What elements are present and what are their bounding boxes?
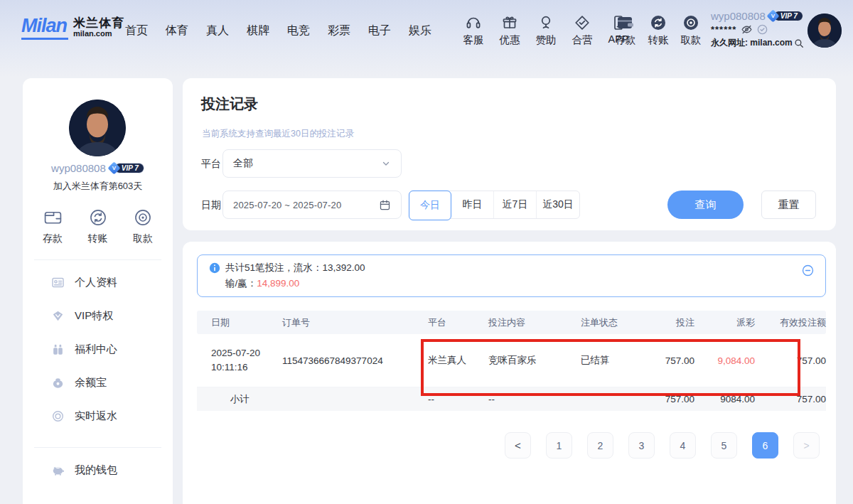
magnifier-icon[interactable]: [794, 38, 804, 48]
masked-balance-text: ******: [711, 24, 736, 35]
nav-item-live[interactable]: 真人: [206, 23, 229, 38]
sidebar-transfer-button[interactable]: 转账: [88, 208, 108, 245]
range-today-button[interactable]: 今日: [409, 191, 451, 220]
subtotal-content: --: [488, 394, 581, 404]
headset-icon: [465, 14, 482, 31]
site-logo[interactable]: Milan 米兰体育 milan.com: [21, 16, 124, 40]
nav-item-cards[interactable]: 棋牌: [247, 23, 269, 38]
nav-item-sports[interactable]: 体育: [166, 23, 188, 38]
table-header-row: 日期 订单号 平台 投注内容 注单状态 投注 派彩 有效投注额: [197, 311, 826, 334]
nav-item-lottery[interactable]: 彩票: [328, 23, 350, 38]
logo-cn-text: 米兰体育: [73, 17, 124, 30]
page-button-1[interactable]: 1: [546, 432, 572, 459]
rebate-icon: [51, 409, 65, 423]
cell-content: 竞咪百家乐: [488, 354, 581, 367]
sidebar-item-my-wallet[interactable]: 我的钱包: [23, 454, 173, 487]
subtotal-row: 小计 -- -- 757.00 9084.00 757.00: [197, 387, 826, 411]
date-range-value: 2025-07-20 ~ 2025-07-20: [233, 200, 341, 210]
nav-item-slots[interactable]: 电子: [368, 23, 391, 38]
subtotal-payout: 9084.00: [694, 394, 755, 404]
platform-select[interactable]: 全部: [222, 149, 402, 178]
search-button[interactable]: 查询: [667, 191, 744, 219]
info-icon: [209, 262, 220, 274]
sidebar-item-profile[interactable]: 个人资料: [23, 266, 173, 299]
cell-platform: 米兰真人: [428, 354, 488, 367]
vip-gem-icon: V: [766, 9, 779, 22]
next-page-button[interactable]: >: [793, 432, 820, 459]
transfer-icon: [89, 208, 107, 227]
cell-bet: 757.00: [641, 355, 694, 366]
sidebar-actions: 存款 转账 取款: [23, 208, 173, 245]
sponsor-link[interactable]: 赞助: [533, 14, 559, 47]
col-header-status: 注单状态: [581, 316, 641, 329]
username-text: wyp080808: [711, 10, 766, 22]
deposit-icon: [616, 14, 635, 31]
summary-line1-text: 共计51笔投注，流水：13,392.00: [225, 262, 365, 274]
withdraw-icon: [682, 14, 699, 31]
range-yesterday-button[interactable]: 昨日: [451, 191, 494, 218]
sidebar-item-welfare[interactable]: 福利中心: [23, 333, 173, 366]
sidebar-withdraw-button[interactable]: 取款: [133, 208, 153, 245]
summary-winloss-label: 输/赢：: [225, 278, 257, 289]
sidebar-deposit-button[interactable]: 存款: [43, 208, 63, 245]
pagination: < 1 2 3 4 5 6 >: [505, 432, 820, 459]
collapse-icon[interactable]: [802, 264, 814, 277]
promo-link[interactable]: 优惠: [497, 14, 522, 47]
nav-item-home[interactable]: 首页: [125, 23, 148, 38]
sidebar-avatar[interactable]: [69, 100, 126, 156]
cell-valid: 757.00: [755, 355, 826, 366]
sidebar-item-yuebao[interactable]: 余额宝: [23, 366, 173, 400]
sidebar-menu-wallet: 我的钱包: [23, 454, 173, 487]
summary-winloss-value: 14,899.00: [257, 278, 299, 289]
filters-card: 投注记录 当前系统支持查询最近30日的投注记录 平台： 全部 日期： 2025-…: [183, 78, 836, 230]
nav-item-entertainment[interactable]: 娱乐: [409, 23, 431, 38]
sidebar-vip-badge: V VIP 7: [109, 163, 144, 173]
page-title: 投注记录: [201, 95, 258, 114]
calendar-icon: [379, 199, 391, 211]
transfer-link[interactable]: 转账: [645, 14, 671, 47]
deposit-link[interactable]: 存款: [613, 14, 638, 47]
withdraw-link[interactable]: 取款: [678, 14, 704, 47]
avatar[interactable]: [808, 14, 842, 48]
eye-off-icon[interactable]: [741, 24, 753, 35]
permanent-url-text: 永久网址: milan.com: [711, 37, 793, 49]
deposit-icon: [43, 208, 63, 227]
page-button-3[interactable]: 3: [628, 432, 655, 459]
page-button-4[interactable]: 4: [670, 432, 696, 459]
page-button-5[interactable]: 5: [711, 432, 737, 459]
sidebar: wyp080808 V VIP 7 加入米兰体育第603天 存款 转账 取款 个…: [23, 78, 173, 504]
range-7days-button[interactable]: 近7日: [494, 191, 537, 218]
wallet-pig-icon: [51, 463, 65, 477]
welfare-icon: [51, 343, 65, 356]
cell-status: 已结算: [581, 354, 641, 367]
bet-records-table: 日期 订单号 平台 投注内容 注单状态 投注 派彩 有效投注额 2025-07-…: [197, 311, 826, 411]
sidebar-item-rebate[interactable]: 实时返水: [23, 400, 173, 433]
col-header-bet: 投注: [641, 316, 694, 329]
join-days-text: 加入米兰体育第603天: [23, 180, 173, 193]
cell-time: 10:11:16: [211, 360, 282, 375]
reset-button[interactable]: 重置: [761, 191, 816, 219]
chevron-down-icon: [381, 159, 391, 168]
transfer-icon: [650, 14, 667, 31]
table-row[interactable]: 2025-07-20 10:11:16 1154736667849377024 …: [197, 334, 826, 387]
partner-link[interactable]: 合营: [569, 14, 595, 47]
vip-gem-icon: [51, 309, 65, 323]
subtotal-label: 小计: [197, 393, 282, 406]
page-button-2[interactable]: 2: [587, 432, 613, 459]
service-link[interactable]: 客服: [461, 14, 486, 47]
sidebar-item-vip[interactable]: VIP特权: [23, 299, 173, 333]
date-range-input[interactable]: 2025-07-20 ~ 2025-07-20: [222, 191, 402, 219]
subtotal-bet: 757.00: [641, 394, 694, 404]
prev-page-button[interactable]: <: [505, 432, 531, 459]
page-button-6-active[interactable]: 6: [752, 432, 778, 459]
summary-banner: 共计51笔投注，流水：13,392.00 输/赢：14,899.00: [197, 254, 826, 297]
range-30days-button[interactable]: 近30日: [537, 191, 579, 218]
col-header-content: 投注内容: [488, 316, 581, 329]
nav-item-esports[interactable]: 电竞: [287, 23, 310, 38]
quick-range-group: 今日 昨日 近7日 近30日: [409, 191, 580, 219]
logo-domain-text: milan.com: [73, 30, 124, 38]
cell-order-number: 1154736667849377024: [282, 355, 428, 366]
check-circle-icon[interactable]: [757, 24, 768, 35]
col-header-order: 订单号: [282, 316, 428, 329]
top-header: Milan 米兰体育 milan.com 首页 体育 真人 棋牌 电竞 彩票 电…: [0, 0, 853, 65]
